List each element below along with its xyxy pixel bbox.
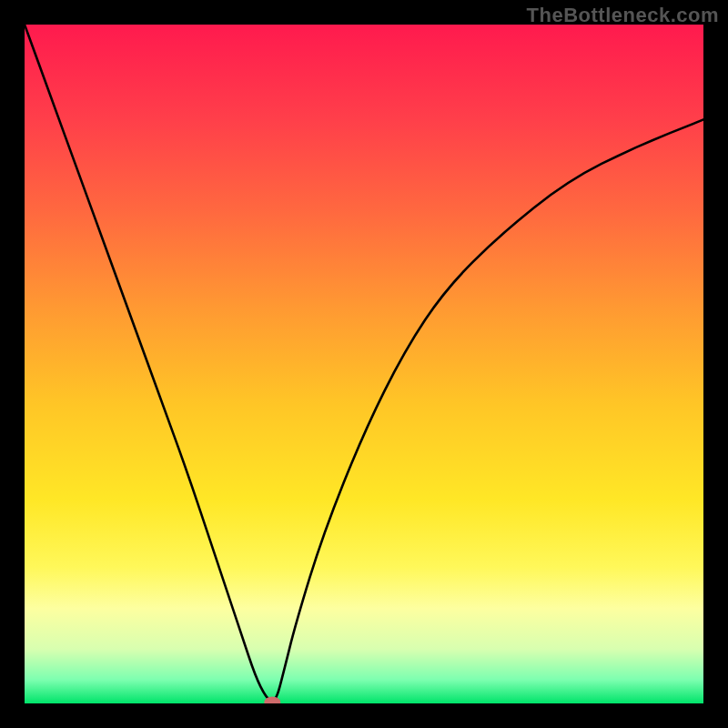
gradient-background	[25, 25, 703, 703]
plot-area	[25, 25, 703, 703]
chart-svg	[25, 25, 703, 703]
chart-frame: TheBottleneck.com	[0, 0, 728, 728]
watermark-label: TheBottleneck.com	[527, 4, 719, 27]
